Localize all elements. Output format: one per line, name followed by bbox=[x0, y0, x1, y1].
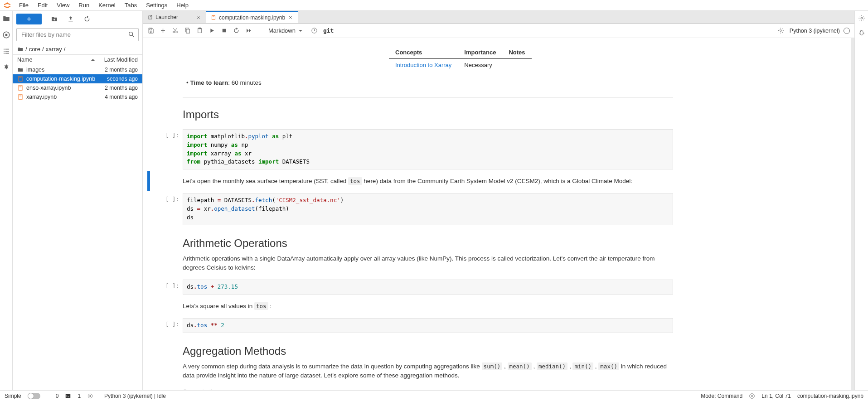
prompt: [ ]: bbox=[153, 129, 183, 169]
svg-rect-6 bbox=[19, 86, 22, 91]
tab-launcher[interactable]: Launcher bbox=[143, 11, 206, 23]
breadcrumb-item[interactable]: core bbox=[29, 46, 40, 53]
paste-icon[interactable] bbox=[196, 27, 203, 34]
kernel-sessions-icon[interactable] bbox=[87, 393, 93, 399]
terminal-icon[interactable] bbox=[65, 393, 71, 399]
kernel-indicator[interactable]: Python 3 (ipykernel) bbox=[790, 28, 850, 34]
property-inspector-icon[interactable] bbox=[858, 14, 865, 22]
notebook-scroll[interactable]: ConceptsImportanceNotes Introduction to … bbox=[143, 38, 854, 390]
status-file: computation-masking.ipynb bbox=[797, 393, 863, 399]
copy-icon[interactable] bbox=[184, 27, 191, 34]
svg-rect-23 bbox=[66, 394, 71, 398]
menu-settings[interactable]: Settings bbox=[141, 1, 172, 10]
kernel-status-icon bbox=[844, 28, 850, 34]
running-icon[interactable] bbox=[2, 31, 10, 39]
new-folder-icon[interactable] bbox=[51, 15, 58, 23]
code-cell[interactable]: [ ]:ds.tos ** 2 bbox=[147, 318, 673, 333]
time-label: Time to learn bbox=[190, 79, 228, 86]
menu-run[interactable]: Run bbox=[74, 1, 94, 10]
code-cell[interactable]: [ ]:filepath = DATASETS.fetch('CESM2_sst… bbox=[147, 193, 673, 225]
run-icon[interactable] bbox=[209, 27, 215, 34]
menu-kernel[interactable]: Kernel bbox=[94, 1, 120, 10]
extensions-icon[interactable] bbox=[2, 63, 10, 72]
svg-point-20 bbox=[780, 30, 781, 32]
menu-tabs[interactable]: Tabs bbox=[120, 1, 141, 10]
code-input[interactable]: filepath = DATASETS.fetch('CESM2_sst_dat… bbox=[183, 193, 673, 225]
md-text: Compute the mean: bbox=[183, 387, 673, 390]
add-cell-icon[interactable] bbox=[160, 27, 166, 34]
code-cell[interactable]: [ ]:ds.tos + 273.15 bbox=[147, 280, 673, 295]
filter-files-input[interactable] bbox=[16, 28, 139, 41]
breadcrumb[interactable]: / core / xarray / bbox=[13, 44, 142, 55]
folder-icon[interactable] bbox=[2, 14, 10, 23]
kernel-name-label: Python 3 (ipykernel) bbox=[790, 28, 840, 34]
code-cell[interactable]: [ ]:import matplotlib.pyplot as plt impo… bbox=[147, 129, 673, 169]
svg-point-22 bbox=[860, 31, 863, 35]
breadcrumb-item[interactable]: xarray bbox=[46, 46, 62, 53]
tab-label: Launcher bbox=[155, 14, 178, 20]
prereq-importance: Necessary bbox=[458, 59, 502, 72]
chevron-down-icon bbox=[298, 29, 303, 33]
code-input[interactable]: ds.tos ** 2 bbox=[183, 318, 673, 333]
restart-run-icon[interactable] bbox=[245, 27, 252, 34]
upload-icon[interactable] bbox=[67, 15, 74, 23]
tab-computation-masking-ipynb[interactable]: computation-masking.ipynb bbox=[206, 11, 298, 23]
file-name: xarray.ipynb bbox=[26, 94, 105, 100]
code-input[interactable]: ds.tos + 273.15 bbox=[183, 280, 673, 295]
heading-aggregation: Aggregation Methods bbox=[183, 345, 673, 358]
file-modified: 2 months ago bbox=[105, 85, 138, 91]
debugger-icon[interactable] bbox=[858, 29, 865, 36]
refresh-icon[interactable] bbox=[83, 15, 91, 23]
close-icon[interactable] bbox=[196, 14, 201, 20]
cell-type-dropdown[interactable]: Markdown bbox=[266, 26, 305, 35]
git-button[interactable]: git bbox=[323, 27, 334, 34]
toc-icon[interactable] bbox=[2, 47, 10, 55]
save-icon[interactable] bbox=[147, 27, 154, 34]
cut-icon[interactable] bbox=[172, 27, 179, 34]
prompt: [ ]: bbox=[153, 193, 183, 225]
time-value: : 60 minutes bbox=[228, 79, 262, 86]
file-row[interactable]: images2 months ago bbox=[13, 65, 142, 74]
file-row[interactable]: enso-xarray.ipynb2 months ago bbox=[13, 83, 142, 92]
simple-mode-toggle[interactable] bbox=[28, 393, 40, 399]
svg-rect-18 bbox=[223, 29, 226, 33]
prereq-link[interactable]: Introduction to Xarray bbox=[395, 62, 451, 68]
prereq-table: ConceptsImportanceNotes Introduction to … bbox=[389, 46, 532, 71]
th-importance: Importance bbox=[458, 46, 502, 59]
restart-icon[interactable] bbox=[233, 27, 240, 34]
file-row[interactable]: xarray.ipynb4 months ago bbox=[13, 92, 142, 101]
col-name-label: Name bbox=[17, 57, 32, 63]
folder-icon bbox=[17, 46, 24, 53]
stop-icon[interactable] bbox=[221, 27, 228, 34]
prereq-notes bbox=[502, 59, 531, 72]
menu-help[interactable]: Help bbox=[172, 1, 193, 10]
prompt: [ ]: bbox=[153, 280, 183, 295]
notebook-icon bbox=[17, 94, 24, 100]
code-input[interactable]: import matplotlib.pyplot as plt import n… bbox=[183, 129, 673, 169]
svg-rect-10 bbox=[212, 15, 215, 19]
md-text: Lets's square all values in bbox=[183, 303, 254, 309]
new-launcher-button[interactable] bbox=[16, 14, 42, 24]
file-list-header[interactable]: Name Last Modified bbox=[13, 55, 142, 65]
markdown-cell[interactable]: Let's open the monthly sea surface tempe… bbox=[147, 171, 673, 191]
th-notes: Notes bbox=[502, 46, 531, 59]
file-name: enso-xarray.ipynb bbox=[26, 85, 105, 91]
md-text: : bbox=[268, 303, 272, 309]
clock-icon[interactable] bbox=[311, 27, 318, 34]
divider bbox=[183, 97, 673, 97]
svg-rect-4 bbox=[19, 77, 22, 82]
menu-view[interactable]: View bbox=[52, 1, 74, 10]
status-kernel[interactable]: Python 3 (ipykernel) | Idle bbox=[104, 393, 166, 399]
launcher-icon bbox=[147, 14, 153, 20]
file-row[interactable]: computation-masking.ipynbseconds ago bbox=[13, 74, 142, 83]
menu-file[interactable]: File bbox=[15, 1, 33, 10]
svg-point-21 bbox=[861, 17, 863, 19]
notebook-trust-icon[interactable] bbox=[749, 393, 755, 399]
close-icon[interactable] bbox=[288, 15, 293, 20]
tab-label: computation-masking.ipynb bbox=[219, 14, 285, 21]
menu-edit[interactable]: Edit bbox=[33, 1, 52, 10]
simple-label: Simple bbox=[5, 393, 21, 399]
settings-gear-icon[interactable] bbox=[777, 27, 784, 34]
md-text: here) data from the Community Earth Syst… bbox=[362, 178, 632, 184]
notebook-icon bbox=[17, 76, 24, 82]
